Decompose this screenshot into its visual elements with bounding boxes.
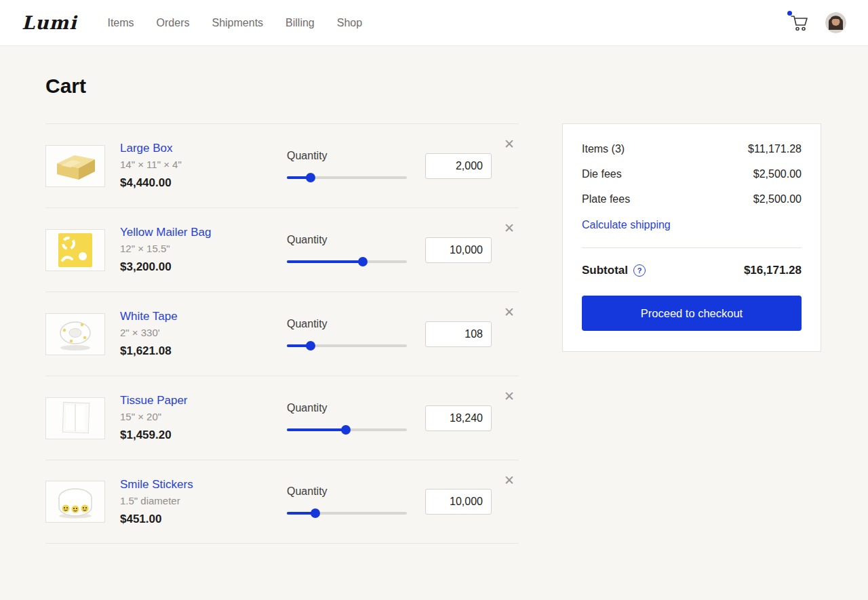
cart-row-smile-stickers: Smile Stickers 1.5" diameter $451.00 Qua… <box>45 460 519 544</box>
item-name-link[interactable]: Yellow Mailer Bag <box>120 226 287 239</box>
proceed-to-checkout-button[interactable]: Proceed to checkout <box>582 296 802 331</box>
quantity-input[interactable] <box>425 237 492 263</box>
quantity-slider[interactable] <box>287 173 407 182</box>
quantity-input[interactable] <box>425 489 492 515</box>
summary-row-items: Items (3) $11,171.28 <box>582 143 802 155</box>
cart-row-tissue-paper: Tissue Paper 15" × 20" $1,459.20 Quantit… <box>45 376 519 460</box>
quantity-block: Quantity <box>287 318 407 351</box>
subtotal-value: $16,171.28 <box>744 264 802 277</box>
item-dimensions: 2" × 330' <box>120 327 287 338</box>
calculate-shipping-link[interactable]: Calculate shipping <box>582 219 671 231</box>
item-name-link[interactable]: Large Box <box>120 142 287 155</box>
product-thumbnail <box>45 397 105 439</box>
item-price: $1,621.08 <box>120 344 287 358</box>
remove-item-icon[interactable]: ✕ <box>504 306 515 319</box>
order-summary-card: Items (3) $11,171.28 Die fees $2,500.00 … <box>562 123 821 352</box>
item-info: Smile Stickers 1.5" diameter $451.00 <box>120 478 287 526</box>
nav-item-billing[interactable]: Billing <box>285 17 315 29</box>
item-dimensions: 15" × 20" <box>120 411 287 422</box>
slider-fill <box>287 260 363 263</box>
item-name-link[interactable]: White Tape <box>120 310 287 323</box>
product-image-large-box <box>52 150 99 182</box>
slider-thumb[interactable] <box>306 173 315 182</box>
summary-divider <box>582 247 802 248</box>
product-image-tissue-paper <box>56 400 94 437</box>
summary-row-die-fees: Die fees $2,500.00 <box>582 168 802 180</box>
quantity-slider[interactable] <box>287 508 407 518</box>
slider-thumb[interactable] <box>358 257 368 266</box>
summary-value: $2,500.00 <box>753 168 802 180</box>
quantity-label: Quantity <box>287 485 407 498</box>
cart-row-yellow-mailer-bag: Yellow Mailer Bag 12" × 15.5" $3,200.00 … <box>45 207 519 292</box>
slider-thumb[interactable] <box>341 425 351 435</box>
quantity-block: Quantity <box>287 150 407 182</box>
summary-label: Die fees <box>582 168 622 180</box>
subtotal-row: Subtotal ? $16,171.28 <box>582 264 802 277</box>
summary-label: Plate fees <box>582 193 630 205</box>
cart-row-large-box: Large Box 14" × 11" × 4" $4,440.00 Quant… <box>45 123 519 207</box>
quantity-input[interactable] <box>425 321 492 347</box>
item-dimensions: 1.5" diameter <box>120 495 287 506</box>
slider-thumb[interactable] <box>306 341 315 351</box>
item-dimensions: 12" × 15.5" <box>120 243 287 254</box>
avatar-image <box>825 12 846 33</box>
nav-item-items[interactable]: Items <box>107 17 134 29</box>
quantity-label: Quantity <box>287 234 407 246</box>
remove-item-icon[interactable]: ✕ <box>504 474 515 487</box>
nav-item-shop[interactable]: Shop <box>337 17 362 29</box>
quantity-block: Quantity <box>287 402 407 435</box>
item-name-link[interactable]: Smile Stickers <box>120 478 287 492</box>
quantity-label: Quantity <box>287 318 407 330</box>
slider-thumb[interactable] <box>311 508 320 518</box>
page-title: Cart <box>45 75 823 98</box>
remove-item-icon[interactable]: ✕ <box>504 390 515 403</box>
item-name-link[interactable]: Tissue Paper <box>120 394 287 407</box>
product-thumbnail <box>45 229 105 271</box>
item-info: Large Box 14" × 11" × 4" $4,440.00 <box>120 142 287 190</box>
summary-value: $11,171.28 <box>748 143 802 155</box>
avatar[interactable] <box>825 12 846 33</box>
slider-fill <box>287 428 346 431</box>
item-price: $1,459.20 <box>120 428 287 442</box>
summary-value: $2,500.00 <box>753 193 802 205</box>
quantity-slider[interactable] <box>287 341 407 351</box>
quantity-block: Quantity <box>287 485 407 518</box>
summary-label: Items (3) <box>582 143 625 155</box>
cart-list: Large Box 14" × 11" × 4" $4,440.00 Quant… <box>45 123 519 544</box>
quantity-label: Quantity <box>287 402 407 414</box>
cart-icon[interactable] <box>790 12 809 35</box>
product-thumbnail <box>45 145 105 187</box>
remove-item-icon[interactable]: ✕ <box>504 138 515 151</box>
subtotal-help-icon[interactable]: ? <box>633 264 646 277</box>
product-thumbnail <box>45 313 105 355</box>
quantity-input[interactable] <box>425 153 492 179</box>
item-dimensions: 14" × 11" × 4" <box>120 159 287 170</box>
cart-notification-dot <box>787 11 792 16</box>
item-price: $3,200.00 <box>120 260 287 274</box>
item-price: $451.00 <box>120 513 287 526</box>
cart-row-white-tape: White Tape 2" × 330' $1,621.08 Quantity … <box>45 292 519 376</box>
item-info: Yellow Mailer Bag 12" × 15.5" $3,200.00 <box>120 226 287 274</box>
remove-item-icon[interactable]: ✕ <box>504 222 515 235</box>
product-image-yellow-mailer-bag <box>57 232 94 268</box>
product-thumbnail <box>45 481 105 523</box>
quantity-slider[interactable] <box>287 257 407 266</box>
logo[interactable]: Lumi <box>22 12 77 33</box>
quantity-input[interactable] <box>425 405 492 431</box>
nav-item-orders[interactable]: Orders <box>157 17 190 29</box>
header: Lumi Items Orders Shipments Billing Shop <box>0 0 868 46</box>
main-nav: Items Orders Shipments Billing Shop <box>107 17 362 29</box>
quantity-label: Quantity <box>287 150 407 162</box>
item-info: White Tape 2" × 330' $1,621.08 <box>120 310 287 358</box>
quantity-slider[interactable] <box>287 425 407 435</box>
item-info: Tissue Paper 15" × 20" $1,459.20 <box>120 394 287 442</box>
cart-icon-glyph <box>790 14 809 32</box>
product-image-white-tape <box>54 317 97 352</box>
summary-row-plate-fees: Plate fees $2,500.00 <box>582 193 802 205</box>
quantity-block: Quantity <box>287 234 407 266</box>
subtotal-label: Subtotal <box>582 264 628 277</box>
product-image-smile-stickers <box>54 484 96 519</box>
item-price: $4,440.00 <box>120 176 287 190</box>
header-right <box>790 12 846 35</box>
nav-item-shipments[interactable]: Shipments <box>212 17 263 29</box>
